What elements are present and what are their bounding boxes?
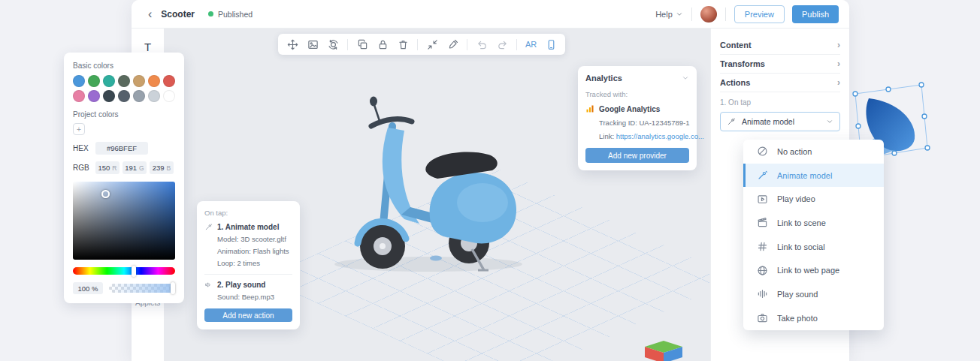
animate-icon <box>757 170 768 181</box>
chevron-right-icon: › <box>837 78 840 87</box>
3d-canvas[interactable]: AR On tap: 1. Animate model Model: 3D sc… <box>164 29 710 361</box>
color-swatch[interactable] <box>118 75 130 87</box>
on-tap-summary-panel: On tap: 1. Animate model Model: 3D scoot… <box>197 201 300 329</box>
opacity-input[interactable]: 100 % <box>73 282 103 294</box>
hex-input[interactable]: #96BFEF <box>95 142 148 155</box>
action1-animation: Animation: Flash lights <box>217 247 292 255</box>
color-cursor[interactable] <box>101 190 110 198</box>
rotate-3d-icon[interactable] <box>327 38 339 50</box>
add-new-action-button[interactable]: Add new action <box>204 308 292 322</box>
chevron-down-icon[interactable] <box>682 74 689 82</box>
basic-color-swatches <box>73 75 175 102</box>
header-divider <box>725 8 726 21</box>
color-swatch[interactable] <box>148 90 160 102</box>
menu-item-play-video[interactable]: Play video <box>743 187 884 211</box>
color-swatch[interactable] <box>103 75 115 87</box>
undo-icon[interactable] <box>476 38 488 50</box>
animate-icon <box>204 223 213 231</box>
tracking-link[interactable]: https://analytics.google.co... <box>616 132 704 140</box>
divider <box>204 274 292 275</box>
help-menu[interactable]: Help <box>655 10 683 19</box>
text-tool-button[interactable]: T <box>132 41 164 53</box>
color-swatch[interactable] <box>88 75 100 87</box>
red-input[interactable]: 150R <box>95 161 119 174</box>
color-swatch[interactable] <box>103 90 115 102</box>
section-content[interactable]: Content › <box>720 36 840 55</box>
replace-image-icon[interactable] <box>307 38 319 50</box>
action1-title: 1. Animate model <box>217 223 279 231</box>
color-swatch[interactable] <box>73 75 85 87</box>
status-label: Published <box>218 10 253 19</box>
scooter-3d-model[interactable] <box>316 90 556 278</box>
help-label: Help <box>655 10 673 19</box>
chevron-down-icon <box>826 118 833 125</box>
color-swatch[interactable] <box>118 90 130 102</box>
avatar[interactable] <box>700 6 717 23</box>
ar-mode-button[interactable]: AR <box>525 40 537 49</box>
scene-clapper-icon <box>757 217 768 228</box>
chevron-down-icon <box>676 11 683 18</box>
lock-icon[interactable] <box>377 38 389 50</box>
hash-icon <box>757 241 768 252</box>
color-swatch[interactable] <box>163 90 175 102</box>
green-input[interactable]: 191G <box>122 161 147 174</box>
preview-button[interactable]: Preview <box>734 5 785 23</box>
add-project-color-button[interactable]: + <box>73 123 85 135</box>
editor-screen: ‹ Scooter Published Help Preview Publish… <box>0 0 980 361</box>
rgb-label: RGB <box>73 164 92 172</box>
play-video-icon <box>757 194 768 205</box>
color-picker-panel: Basic colors Project colors + HEX #96BFE… <box>64 53 184 303</box>
opacity-handle[interactable] <box>171 282 175 294</box>
view-gizmo-cube[interactable] <box>643 341 684 361</box>
material-dropper-icon[interactable] <box>446 38 458 50</box>
collapse-icon[interactable] <box>426 38 438 50</box>
section-actions[interactable]: Actions › <box>720 74 840 92</box>
color-swatch[interactable] <box>163 75 175 87</box>
back-icon[interactable]: ‹ <box>148 8 152 20</box>
duplicate-icon[interactable] <box>356 38 368 50</box>
color-swatch[interactable] <box>133 75 145 87</box>
menu-item-take-photo[interactable]: Take photo <box>743 306 884 330</box>
toolbar-divider <box>467 39 467 50</box>
tracking-link-row: Link: https://analytics.google.co... <box>599 132 689 140</box>
chevron-right-icon: › <box>837 59 840 68</box>
mobile-preview-icon[interactable] <box>545 38 557 50</box>
on-tap-label: 1. On tap <box>720 98 840 107</box>
section-transforms[interactable]: Transforms › <box>720 55 840 74</box>
waveform-icon <box>757 288 768 299</box>
opacity-slider[interactable] <box>109 284 175 293</box>
publish-status: Published <box>208 10 253 19</box>
menu-item-play-sound[interactable]: Play sound <box>743 282 884 306</box>
google-analytics-icon <box>585 104 594 113</box>
basic-colors-label: Basic colors <box>73 62 175 70</box>
action-animate-row: 1. Animate model <box>204 223 292 231</box>
color-swatch[interactable] <box>133 90 145 102</box>
tracked-with-label: Tracked with: <box>585 90 689 98</box>
hue-slider[interactable] <box>73 267 175 275</box>
action-select[interactable]: Animate model <box>720 112 840 131</box>
redo-icon[interactable] <box>496 38 508 50</box>
add-new-provider-button[interactable]: Add new provider <box>585 148 689 163</box>
menu-item-link-to-web-page[interactable]: Link to web page <box>743 258 884 282</box>
color-swatch[interactable] <box>88 90 100 102</box>
link-label: Link: <box>599 132 614 140</box>
publish-button[interactable]: Publish <box>792 5 839 23</box>
hue-handle[interactable] <box>132 266 136 277</box>
menu-item-no-action[interactable]: No action <box>743 140 884 164</box>
project-title[interactable]: Scooter <box>161 9 195 20</box>
project-colors-label: Project colors <box>73 110 175 119</box>
section-transforms-label: Transforms <box>720 59 765 68</box>
canvas-toolbar: AR <box>278 34 565 55</box>
color-swatch[interactable] <box>148 75 160 87</box>
saturation-value-area[interactable] <box>73 182 175 260</box>
menu-item-link-to-scene[interactable]: Link to scene <box>743 211 884 235</box>
action1-model: Model: 3D scooter.gltf <box>217 235 292 243</box>
menu-item-animate-model[interactable]: Animate model <box>743 164 884 188</box>
blue-input[interactable]: 239B <box>150 161 174 174</box>
move-tool-icon[interactable] <box>286 38 298 50</box>
menu-item-link-to-social[interactable]: Link to social <box>743 235 884 259</box>
section-content-label: Content <box>720 41 752 50</box>
delete-icon[interactable] <box>397 38 409 50</box>
analytics-title: Analytics <box>585 74 622 83</box>
color-swatch[interactable] <box>73 90 85 102</box>
